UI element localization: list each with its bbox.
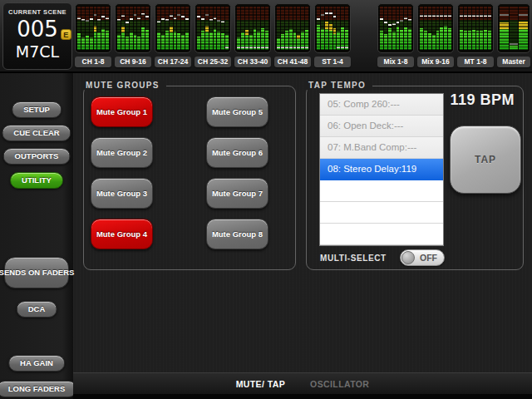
meter-block[interactable]: Master	[497, 3, 530, 67]
peak-hold-indicator	[519, 14, 528, 16]
mute-group-button[interactable]: Mute Group 4	[91, 219, 153, 249]
mute-group-button[interactable]: Mute Group 6	[206, 137, 268, 168]
mute-group-button[interactable]: Mute Group 2	[91, 137, 153, 168]
peak-hold-indicator	[380, 18, 383, 20]
meter-block-label: Mix 1-8	[377, 57, 414, 67]
peak-hold-indicator	[157, 21, 160, 22]
meter-block-label: CH 41-48	[274, 57, 311, 67]
meter-display	[417, 3, 454, 53]
meter-block-label: CH 17-24	[155, 57, 191, 67]
meter-display	[115, 3, 151, 53]
tempo-list-row[interactable]: 07: M.Band Comp:---	[320, 137, 443, 159]
meter-fill	[181, 35, 185, 50]
meter-block-label: Mix 9-16	[417, 57, 454, 67]
peak-hold-indicator	[460, 15, 463, 17]
meter-block[interactable]: MT 1-8	[457, 3, 494, 67]
bottom-tab-bar: MUTE/ TAP OSCILLATOR	[73, 372, 532, 394]
meter-fill	[428, 33, 431, 50]
meter-display	[234, 3, 271, 53]
sidebar-button-setup[interactable]: SETUP	[12, 101, 62, 118]
tab-oscillator[interactable]: OSCILLATOR	[310, 379, 369, 389]
tempo-list-row[interactable]: 06: Open Deck:---	[320, 116, 443, 137]
meter-block[interactable]: CH 33-40	[234, 3, 271, 67]
meter-bar	[221, 7, 224, 50]
peak-hold-indicator	[408, 19, 411, 21]
meter-bar	[249, 7, 253, 50]
meter-block[interactable]: Mix 9-16	[417, 3, 454, 67]
sidebar-button-cue-clear[interactable]: CUE CLEAR	[2, 125, 71, 141]
peak-hold-indicator	[400, 20, 403, 22]
meter-bar	[101, 7, 105, 50]
meter-fill	[137, 37, 140, 50]
meter-fill	[201, 31, 204, 50]
meter-fill	[400, 30, 403, 50]
tap-button[interactable]: TAP	[450, 126, 521, 194]
peak-hold-indicator	[126, 22, 129, 23]
meter-display	[75, 3, 111, 53]
meter-fill	[177, 33, 180, 50]
tempo-effect-list[interactable]: 05: Comp 260:---06: Open Deck:---07: M.B…	[319, 93, 444, 246]
meter-block[interactable]: CH 1-8	[75, 3, 111, 67]
meter-block[interactable]: CH 17-24	[155, 3, 191, 67]
tempo-list-row[interactable]	[320, 202, 443, 224]
mute-group-button[interactable]: Mute Group 1	[91, 96, 153, 127]
meter-display	[457, 3, 494, 53]
peak-hold-indicator	[161, 18, 165, 20]
meter-block-label: MT 1-8	[457, 57, 494, 67]
meter-bar	[325, 7, 328, 50]
meter-fill	[500, 22, 509, 50]
mute-group-button[interactable]: Mute Group 7	[206, 178, 268, 209]
meter-block[interactable]: ST 1-4	[314, 3, 351, 67]
meter-bar	[500, 7, 509, 50]
mute-group-button[interactable]: Mute Group 5	[206, 96, 268, 127]
meter-bar	[257, 7, 260, 50]
meter-fill	[81, 37, 85, 50]
sidebar-button-long-faders[interactable]: LONG FADERS	[0, 381, 76, 397]
bpm-display: 119 BPM	[450, 91, 515, 109]
meter-bar	[245, 7, 249, 50]
meter-fill	[448, 28, 451, 50]
meter-block[interactable]: CH 25-32	[195, 3, 231, 67]
mute-group-button[interactable]: Mute Group 3	[91, 178, 153, 209]
mute-groups-title: MUTE GROUPS	[83, 81, 166, 90]
meter-fill	[484, 30, 487, 50]
current-scene-panel[interactable]: CURRENT SCENE 005 E M7CL	[2, 2, 72, 70]
tempo-list-row[interactable]: 05: Comp 260:---	[320, 94, 443, 116]
meter-fill	[420, 28, 423, 50]
sidebar-button-dca[interactable]: DCA	[17, 301, 57, 318]
sidebar-button-outports[interactable]: OUTPORTS	[3, 148, 71, 165]
meter-bar	[130, 7, 133, 50]
peak-hold-indicator	[305, 47, 308, 48]
tempo-list-row[interactable]	[320, 180, 443, 202]
tab-mute-tap[interactable]: MUTE/ TAP	[236, 379, 285, 389]
tempo-list-row[interactable]	[320, 224, 443, 245]
peak-hold-indicator	[500, 14, 509, 16]
sidebar-button-ha-gain[interactable]: HA GAIN	[8, 355, 65, 372]
peak-hold-indicator	[265, 47, 268, 48]
peak-hold-indicator	[101, 16, 105, 17]
multi-select-toggle[interactable]: OFF	[400, 249, 445, 266]
meter-display	[314, 3, 351, 53]
peak-hold-indicator	[317, 18, 320, 20]
meter-block[interactable]: CH 9-16	[115, 3, 151, 67]
meter-block[interactable]: Mix 1-8	[377, 3, 414, 67]
meter-bar	[170, 7, 173, 50]
sidebar-button-utility[interactable]: UTILITY	[10, 172, 63, 189]
meter-fill	[77, 33, 81, 50]
peak-hold-indicator	[237, 47, 240, 48]
peak-hold-indicator	[197, 16, 200, 17]
meter-bar	[285, 7, 288, 50]
meter-block[interactable]: CH 41-48	[274, 3, 311, 67]
sidebar-button-sends-on-faders[interactable]: SENDS ON FADERS	[4, 257, 69, 288]
peak-hold-indicator	[472, 15, 475, 17]
meter-fill	[217, 32, 220, 50]
tempo-list-row[interactable]: 08: Stereo Delay:119	[320, 159, 443, 180]
peak-hold-indicator	[217, 20, 220, 22]
peak-hold-indicator	[77, 17, 81, 19]
meter-bar	[404, 7, 407, 50]
peak-hold-indicator	[384, 22, 387, 23]
meter-bar	[237, 7, 240, 50]
mute-group-button[interactable]: Mute Group 8	[206, 219, 268, 249]
peak-hold-indicator	[488, 15, 491, 17]
peak-hold-indicator	[225, 47, 229, 48]
